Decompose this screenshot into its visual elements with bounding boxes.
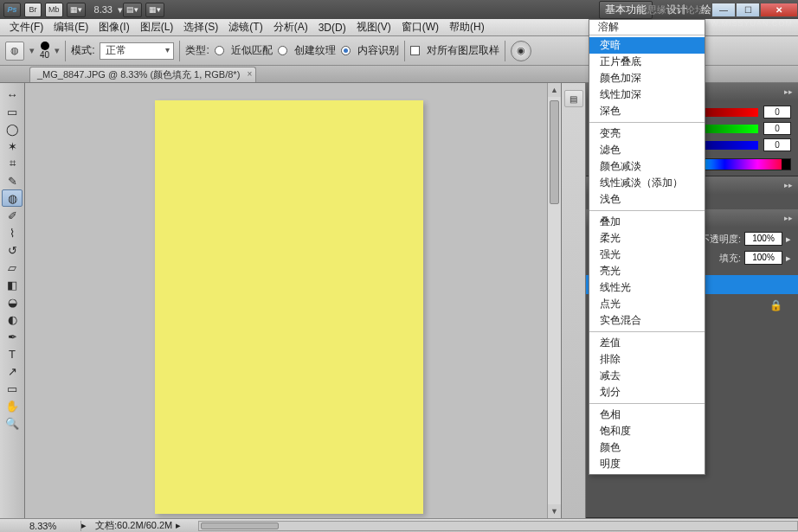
blend-mode-item[interactable]: 深色 xyxy=(589,103,705,119)
current-tool-icon[interactable]: ◍ xyxy=(5,42,24,61)
br-button[interactable]: Br xyxy=(24,3,42,17)
blend-mode-item[interactable]: 排除 xyxy=(589,351,705,368)
brush-preview[interactable]: 40 xyxy=(40,42,49,60)
blend-mode-item[interactable]: 颜色 xyxy=(589,439,705,456)
zoom-tool[interactable]: 🔍 xyxy=(2,414,23,432)
canvas-area[interactable]: ▲ ▼ xyxy=(25,83,562,518)
blend-mode-item[interactable]: 颜色加深 xyxy=(589,70,705,87)
fill-label: 填充: xyxy=(719,252,741,265)
type-tool[interactable]: T xyxy=(2,345,23,362)
menu-item[interactable]: 窗口(W) xyxy=(396,18,444,36)
extras-button[interactable]: ▦▾ xyxy=(145,3,164,17)
heal-tool[interactable]: ◍ xyxy=(2,189,23,207)
document-tab[interactable]: _MG_8847.JPG @ 8.33% (颜色填充 1, RGB/8*) × xyxy=(29,67,256,82)
ps-logo: Ps xyxy=(3,3,21,17)
window-close[interactable]: ✕ xyxy=(760,3,798,17)
blend-mode-item[interactable]: 色相 xyxy=(589,407,705,423)
blend-top-item[interactable]: 溶解 xyxy=(589,20,705,35)
blend-mode-item[interactable]: 滤色 xyxy=(589,142,705,158)
blend-mode-item[interactable]: 正片叠底 xyxy=(589,54,705,70)
menu-item[interactable]: 分析(A) xyxy=(268,18,313,36)
menu-item[interactable]: 图层(L) xyxy=(135,18,179,36)
blend-mode-item[interactable]: 强光 xyxy=(589,247,705,263)
opacity-value[interactable]: 100% xyxy=(744,232,782,246)
b-value[interactable]: 0 xyxy=(763,138,791,151)
radio-proximity[interactable] xyxy=(215,46,224,55)
vertical-scrollbar[interactable]: ▲ ▼ xyxy=(547,83,561,518)
gradient-tool[interactable]: ◧ xyxy=(2,276,23,293)
mb-button[interactable]: Mb xyxy=(45,3,63,17)
stamp-tool[interactable]: ⌇ xyxy=(2,224,23,241)
blend-mode-item[interactable]: 点光 xyxy=(589,296,705,312)
menu-item[interactable]: 滤镜(T) xyxy=(223,18,267,36)
menu-item[interactable]: 3D(D) xyxy=(313,20,351,35)
move-tool[interactable]: ↔ xyxy=(2,86,23,103)
blend-mode-item[interactable]: 划分 xyxy=(589,384,705,401)
screen-mode-button[interactable]: ▦▾ xyxy=(67,3,86,17)
opacity-label: 不透明度: xyxy=(700,233,741,246)
workspace-essentials[interactable]: 基本功能 xyxy=(599,1,653,19)
blend-mode-item[interactable]: 线性加深 xyxy=(589,87,705,103)
blur-tool[interactable]: ◒ xyxy=(2,293,23,311)
status-document: 文档:60.2M/60.2M xyxy=(87,519,172,532)
type-label: 类型: xyxy=(185,43,209,58)
status-zoom[interactable]: 8.33% xyxy=(29,521,81,531)
hand-tool[interactable]: ✋ xyxy=(2,397,23,414)
lock-icon: 🔒 xyxy=(769,299,782,311)
menu-item[interactable]: 帮助(H) xyxy=(444,18,490,36)
pen-tool[interactable]: ✒ xyxy=(2,328,23,345)
canvas[interactable] xyxy=(155,100,423,514)
blend-mode-select[interactable]: 正常 xyxy=(100,42,174,60)
brush-tool[interactable]: ✐ xyxy=(2,207,23,224)
history-panel-icon[interactable]: ▤ xyxy=(564,90,583,107)
menu-item[interactable]: 视图(V) xyxy=(351,18,396,36)
g-value[interactable]: 0 xyxy=(763,122,791,135)
menu-item[interactable]: 图像(I) xyxy=(93,18,134,36)
window-minimize[interactable]: — xyxy=(711,3,736,17)
path-tool[interactable]: ↗ xyxy=(2,362,23,380)
r-value[interactable]: 0 xyxy=(763,106,791,119)
close-tab-icon[interactable]: × xyxy=(247,69,252,79)
history-brush-tool[interactable]: ↺ xyxy=(2,241,23,259)
collapsed-panel-strip: ▤ xyxy=(562,83,586,518)
window-maximize[interactable]: ☐ xyxy=(736,3,760,17)
blend-mode-item[interactable]: 变暗 xyxy=(589,37,705,54)
crop-tool[interactable]: ⌗ xyxy=(2,155,23,172)
blend-mode-item[interactable]: 线性光 xyxy=(589,279,705,296)
eyedropper-tool[interactable]: ✎ xyxy=(2,172,23,189)
blend-mode-item[interactable]: 减去 xyxy=(589,368,705,384)
blend-mode-item[interactable]: 实色混合 xyxy=(589,312,705,329)
blend-mode-item[interactable]: 浅色 xyxy=(589,191,705,208)
menu-item[interactable]: 文件(F) xyxy=(4,18,48,36)
wand-tool[interactable]: ✶ xyxy=(2,138,23,155)
blend-mode-item[interactable]: 变亮 xyxy=(589,125,705,142)
blend-mode-item[interactable]: 饱和度 xyxy=(589,423,705,439)
blend-mode-item[interactable]: 差值 xyxy=(589,335,705,351)
menu-item[interactable]: 编辑(E) xyxy=(48,18,93,36)
pressure-button[interactable]: ◉ xyxy=(511,41,531,61)
blend-mode-item[interactable]: 颜色减淡 xyxy=(589,158,705,175)
radio-texture[interactable] xyxy=(278,46,287,55)
sample-all-layers-checkbox[interactable] xyxy=(410,46,420,55)
scrollbar-thumb[interactable] xyxy=(550,100,559,204)
blend-mode-item[interactable]: 叠加 xyxy=(589,214,705,230)
watermark-text: 思缘设计论坛 xyxy=(647,3,705,16)
menu-item[interactable]: 选择(S) xyxy=(178,18,223,36)
blend-mode-item[interactable]: 柔光 xyxy=(589,230,705,247)
watermark-url: WWW.MISSYUAN.COM xyxy=(694,19,793,28)
blend-mode-dropdown: 溶解 变暗正片叠底颜色加深线性加深深色变亮滤色颜色减淡线性减淡（添加）浅色叠加柔… xyxy=(589,19,705,475)
fill-value[interactable]: 100% xyxy=(744,251,782,265)
marquee-tool[interactable]: ▭ xyxy=(2,103,23,120)
horizontal-scrollbar[interactable] xyxy=(198,521,798,531)
dodge-tool[interactable]: ◐ xyxy=(2,311,23,328)
shape-tool[interactable]: ▭ xyxy=(2,380,23,397)
blend-mode-item[interactable]: 亮光 xyxy=(589,263,705,279)
arrange-button[interactable]: ▤▾ xyxy=(123,3,142,17)
blend-mode-item[interactable]: 线性减淡（添加） xyxy=(589,175,705,191)
radio-content-aware[interactable] xyxy=(341,46,351,55)
toolbox: ↔ ▭ ◯ ✶ ⌗ ✎ ◍ ✐ ⌇ ↺ ▱ ◧ ◒ ◐ ✒ T ↗ ▭ ✋ 🔍 xyxy=(0,83,25,518)
document-title: _MG_8847.JPG @ 8.33% (颜色填充 1, RGB/8*) xyxy=(37,69,240,80)
blend-mode-item[interactable]: 明度 xyxy=(589,456,705,472)
lasso-tool[interactable]: ◯ xyxy=(2,120,23,138)
eraser-tool[interactable]: ▱ xyxy=(2,259,23,276)
